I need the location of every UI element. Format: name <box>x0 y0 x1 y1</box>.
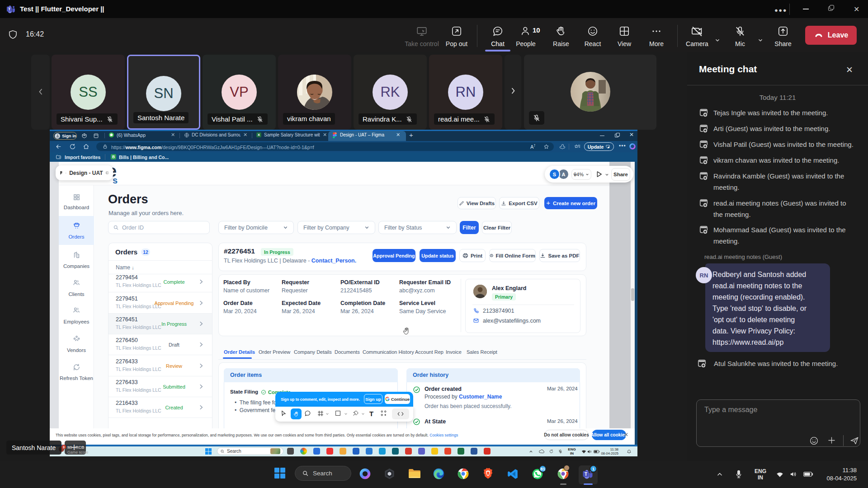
svg-text:T: T <box>585 472 587 477</box>
svg-text:T: T <box>8 7 11 11</box>
